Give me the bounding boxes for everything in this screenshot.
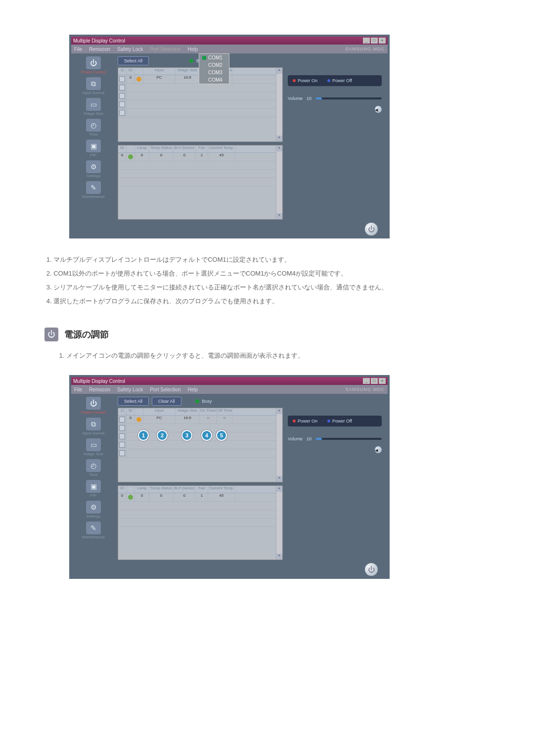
minimize-button[interactable]: _ — [363, 38, 370, 44]
table-row[interactable]: 0 0 0 0 1 45 — [118, 153, 276, 161]
sidebar-item-input[interactable]: ⧉ Input Source — [82, 77, 104, 95]
maximize-button[interactable]: □ — [371, 378, 378, 384]
sidebar-item-time[interactable]: ◴ Time — [86, 119, 101, 137]
scroll-up-icon[interactable]: ▴ — [276, 68, 282, 74]
checkbox[interactable] — [119, 417, 125, 423]
scroll-up-icon[interactable]: ▴ — [276, 408, 282, 414]
volume-value: 10 — [307, 436, 312, 441]
power-on-button[interactable]: Power On — [293, 419, 317, 424]
scroll-down-icon[interactable]: ▾ — [276, 554, 282, 560]
menu-safety[interactable]: Safety Lock — [117, 387, 143, 392]
callout-3: 3 — [181, 430, 192, 441]
sidebar-item-input[interactable]: ⧉ Input Source — [82, 418, 104, 435]
callout-2: 2 — [157, 430, 168, 441]
scrollbar[interactable]: ▴ ▾ — [276, 145, 282, 219]
scroll-down-icon[interactable]: ▾ — [276, 136, 282, 142]
port-item-com2[interactable]: COM2 — [199, 61, 229, 69]
sidebar: ⏻ Power Control ⧉ Input Source ▭ Image S… — [71, 53, 116, 222]
menubar: File Remocon Safety Lock Port Selection … — [71, 45, 388, 53]
sidebar-item-maintenance[interactable]: ✎ Maintenance — [82, 521, 105, 539]
sidebar-item-imagesize[interactable]: ▭ Image Size — [84, 98, 103, 116]
sidebar-item-power[interactable]: ⏻ Power Control — [81, 56, 106, 74]
check-icon — [202, 56, 206, 60]
note-item: シリアルケーブルを使用してモニターに接続されている正確なポート名が選択されていな… — [53, 281, 499, 294]
menu-remocon[interactable]: Remocon — [89, 47, 110, 52]
menu-port[interactable]: Port Selection — [150, 47, 180, 52]
sidebar-item-pip[interactable]: ▣ PIP — [86, 140, 101, 157]
note-item: マルチプルディスプレイコントロールはデフォルトでCOM1に設定されています。 — [53, 253, 499, 266]
status-green-icon — [128, 495, 133, 500]
right-panel: Power On Power Off Volume 10 ◂ — [285, 55, 385, 220]
scroll-up-icon[interactable]: ▴ — [276, 486, 282, 492]
close-button[interactable]: × — [379, 38, 386, 44]
callout-1: 1 — [138, 430, 149, 441]
scroll-up-icon[interactable]: ▴ — [276, 145, 282, 151]
power-off-button[interactable]: Power Off — [327, 419, 352, 424]
maximize-button[interactable]: □ — [371, 38, 378, 44]
power-icon: ⏻ — [86, 397, 101, 410]
menu-file[interactable]: File — [74, 47, 82, 52]
select-all-button[interactable]: Select All — [118, 56, 149, 65]
sidebar-item-settings[interactable]: ⚙ Settings — [86, 501, 101, 519]
sidebar-item-settings[interactable]: ⚙ Settings — [86, 160, 101, 178]
sidebar-item-power[interactable]: ⏻ Power Control — [81, 397, 106, 415]
menu-file[interactable]: File — [74, 387, 82, 392]
window-buttons: _ □ × — [363, 378, 386, 384]
checkbox[interactable] — [119, 76, 125, 82]
col-imagesize: Image Size — [176, 68, 200, 75]
scroll-down-icon[interactable]: ▾ — [276, 213, 282, 219]
clear-all-button[interactable]: Clear All — [152, 397, 181, 406]
power-on-button[interactable]: Power On — [293, 78, 317, 83]
sidebar-item-time[interactable]: ◴ Time — [86, 459, 101, 477]
table-row[interactable]: 0 PC 16:9 ○ ○ — [118, 416, 276, 424]
scrollbar[interactable]: ▴ ▾ — [276, 486, 282, 560]
sidebar-item-maintenance[interactable]: ✎ Maintenance — [82, 181, 105, 199]
port-item-com1[interactable]: COM1 — [199, 54, 229, 61]
settings-icon: ⚙ — [86, 501, 101, 514]
close-button[interactable]: × — [379, 378, 386, 384]
table-row[interactable]: 0 PC 16:9 ○ ○ — [118, 75, 276, 84]
select-all-button[interactable]: Select All — [118, 397, 149, 406]
main-power-knob-icon[interactable]: ⏻ — [365, 223, 378, 236]
slider-knob-icon[interactable]: ◂ — [375, 446, 382, 453]
scroll-down-icon[interactable]: ▾ — [276, 476, 282, 482]
table-row[interactable]: 0 0 0 0 1 45 — [118, 493, 276, 502]
sidebar-item-pip[interactable]: ▣ PIP — [86, 480, 101, 498]
menu-remocon[interactable]: Remocon — [89, 387, 110, 392]
power-off-button[interactable]: Power Off — [327, 78, 352, 83]
volume-label: Volume — [288, 96, 303, 101]
scrollbar[interactable]: ▴ ▾ — [276, 68, 282, 142]
volume-slider[interactable] — [315, 97, 382, 99]
minimize-button[interactable]: _ — [363, 378, 370, 384]
menubar: File Remocon Safety Lock Port Selection … — [71, 385, 388, 394]
red-dot-icon — [293, 79, 296, 82]
col2-fan: Fan — [196, 145, 208, 152]
port-item-com4[interactable]: COM4 — [199, 76, 229, 84]
menu-safety[interactable]: Safety Lock — [117, 47, 143, 52]
red-dot-icon — [293, 420, 296, 423]
port-item-com3[interactable]: COM3 — [199, 69, 229, 76]
maintenance-icon: ✎ — [86, 521, 101, 534]
volume-label: Volume — [288, 436, 303, 441]
time-icon: ◴ — [86, 119, 101, 132]
col2-tempstatus: Temp.Status — [149, 145, 174, 152]
status-green-icon — [128, 154, 133, 159]
col2-id: ID — [118, 145, 127, 152]
right-panel: Power On Power Off Volume 10 ◂ — [285, 396, 385, 560]
main-power-knob-icon[interactable]: ⏻ — [365, 563, 378, 576]
col-status — [135, 68, 143, 75]
scrollbar[interactable]: ▴ ▾ — [276, 408, 282, 482]
slider-knob-icon[interactable]: ◂ — [375, 106, 382, 113]
sidebar-item-imagesize[interactable]: ▭ Image Size — [84, 438, 103, 456]
window-title: Multiple Display Control — [73, 38, 125, 44]
menu-port[interactable]: Port Selection — [150, 387, 180, 392]
pip-icon: ▣ — [86, 480, 101, 493]
port-dropdown[interactable]: COM1 COM2 COM3 COM4 — [199, 53, 229, 84]
menu-help[interactable]: Help — [187, 387, 198, 392]
brand-label: SAMSUNG MDC — [345, 47, 385, 51]
blue-dot-icon — [327, 79, 330, 82]
col-id: ID — [127, 68, 135, 75]
volume-slider[interactable] — [315, 438, 382, 440]
power-bar: Power On Power Off — [288, 416, 382, 426]
menu-help[interactable]: Help — [187, 47, 198, 52]
